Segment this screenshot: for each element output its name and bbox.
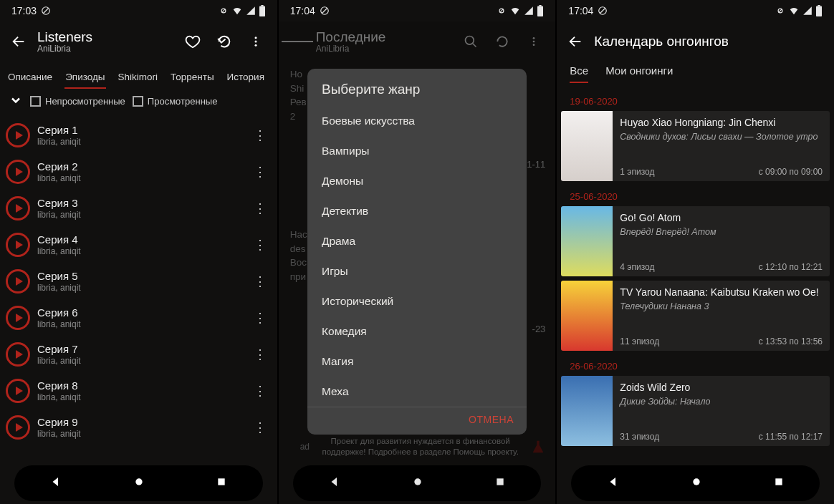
play-icon[interactable] — [6, 269, 30, 294]
episode-title: Серия 3 — [37, 197, 251, 209]
refresh-button[interactable] — [208, 26, 240, 57]
genre-item[interactable]: Исторический — [307, 286, 527, 316]
play-icon[interactable] — [6, 306, 30, 330]
play-icon[interactable] — [6, 196, 30, 220]
episode-row[interactable]: Серия 3 libria, aniqit ⋮ — [0, 190, 277, 226]
episode-row[interactable]: Серия 4 libria, aniqit ⋮ — [0, 226, 277, 263]
nav-home-icon[interactable] — [691, 476, 702, 490]
anime-card[interactable]: Go! Go! Atom Вперёд! Вперёд! Атом 4 эпиз… — [561, 206, 830, 276]
svg-rect-17 — [540, 5, 542, 6]
checkbox-icon[interactable] — [133, 96, 143, 107]
play-icon[interactable] — [6, 160, 30, 184]
genre-item[interactable]: Магия — [307, 346, 527, 377]
svg-point-9 — [254, 44, 257, 47]
signal-icon — [524, 6, 534, 16]
card-title: TV Yarou Nanaana: Kaibutsu Kraken wo Oe! — [620, 286, 823, 299]
chevron-down-icon[interactable] — [9, 93, 23, 110]
status-bar: 17:04 — [279, 0, 556, 21]
genre-item[interactable]: Демоны — [307, 166, 527, 196]
episode-overflow[interactable]: ⋮ — [251, 273, 269, 289]
episode-overflow[interactable]: ⋮ — [251, 420, 269, 435]
dnd-icon — [219, 6, 229, 16]
checkbox-icon[interactable] — [30, 96, 41, 107]
screen-episodes: 17:03 Listeners AniLibria ОписаниеЭпизод… — [0, 0, 277, 504]
calendar-tab[interactable]: Мои онгоинги — [605, 64, 673, 77]
calendar-tab[interactable]: Все — [570, 64, 588, 77]
genre-item[interactable]: Меха — [307, 377, 527, 407]
card-title: Go! Go! Atom — [620, 212, 823, 225]
dialog-backdrop[interactable]: Выберите жанр Боевые искусстваВампирыДем… — [279, 21, 556, 504]
overflow-button[interactable] — [240, 26, 272, 57]
genre-item[interactable]: Комедия — [307, 316, 527, 346]
genre-item[interactable]: Боевые искусства — [307, 106, 527, 136]
card-time: с 13:53 по 13:56 — [759, 336, 823, 346]
play-icon[interactable] — [6, 123, 30, 147]
card-title: Zoids Wild Zero — [620, 382, 823, 394]
tab-2[interactable]: Shikimori — [112, 72, 165, 89]
date-header: 19-06-2020 — [557, 90, 834, 111]
episode-row[interactable]: Серия 2 libria, aniqit ⋮ — [0, 153, 277, 190]
tab-1[interactable]: Эпизоды — [59, 72, 111, 89]
nav-recent-icon[interactable] — [216, 476, 227, 490]
favorite-button[interactable] — [177, 26, 208, 57]
svg-rect-29 — [816, 6, 822, 16]
genre-item[interactable]: Драма — [307, 226, 527, 256]
episode-overflow[interactable]: ⋮ — [251, 346, 269, 362]
play-icon[interactable] — [6, 415, 30, 440]
episode-overflow[interactable]: ⋮ — [251, 127, 269, 143]
filter-watched[interactable]: Просмотренные — [133, 96, 218, 107]
episode-overflow[interactable]: ⋮ — [251, 200, 269, 216]
svg-line-15 — [500, 9, 504, 13]
nav-back-icon[interactable] — [607, 475, 620, 491]
thumbnail — [561, 206, 613, 276]
episode-overflow[interactable]: ⋮ — [251, 237, 269, 253]
nav-back-icon[interactable] — [49, 475, 62, 491]
play-icon[interactable] — [6, 379, 30, 403]
filter-unwatched[interactable]: Непросмотренные — [30, 96, 125, 107]
genre-item[interactable]: Вампиры — [307, 136, 527, 166]
dnd-icon — [775, 6, 785, 16]
nav-home-icon[interactable] — [133, 476, 145, 490]
back-button[interactable] — [3, 26, 34, 57]
svg-point-10 — [136, 478, 143, 485]
status-time: 17:03 — [11, 5, 37, 16]
status-time: 17:04 — [568, 5, 593, 16]
anime-card[interactable]: Zoids Wild Zero Дикие Зойды: Начало 31 э… — [561, 376, 830, 446]
genre-item[interactable]: Детектив — [307, 196, 527, 226]
play-icon[interactable] — [6, 342, 30, 367]
episode-overflow[interactable]: ⋮ — [251, 383, 269, 399]
episode-overflow[interactable]: ⋮ — [251, 164, 269, 180]
genre-item[interactable]: Игры — [307, 256, 527, 286]
anime-card[interactable]: Huyao Xiao Hongniang: Jin Chenxi Сводник… — [561, 111, 830, 181]
tab-strip: ОписаниеЭпизодыShikimoriТоррентыИсторияО… — [0, 62, 277, 89]
signal-icon — [246, 6, 256, 16]
episode-row[interactable]: Серия 1 libria, aniqit ⋮ — [0, 117, 277, 153]
nav-recent-icon[interactable] — [773, 476, 785, 490]
episode-row[interactable]: Серия 5 libria, aniqit ⋮ — [0, 263, 277, 299]
anime-card[interactable]: TV Yarou Nanaana: Kaibutsu Kraken wo Oe!… — [561, 281, 830, 351]
card-time: с 09:00 по 09:00 — [759, 167, 823, 177]
page-title: Календарь онгоингов — [594, 34, 828, 49]
cancel-button[interactable]: ОТМЕНА — [469, 414, 514, 425]
episode-row[interactable]: Серия 6 libria, aniqit ⋮ — [0, 299, 277, 336]
svg-rect-5 — [261, 5, 263, 6]
episode-row[interactable]: Серия 9 libria, aniqit ⋮ — [0, 409, 277, 445]
dnd-icon — [598, 6, 608, 16]
episode-title: Серия 8 — [37, 379, 251, 392]
tab-5[interactable]: Отз — [271, 72, 277, 89]
svg-rect-11 — [219, 478, 225, 485]
card-episode: 31 эпизод — [620, 432, 659, 442]
episode-row[interactable]: Серия 8 libria, aniqit ⋮ — [0, 372, 277, 409]
svg-point-7 — [254, 37, 257, 39]
tab-3[interactable]: Торренты — [164, 72, 221, 89]
tab-0[interactable]: Описание — [1, 72, 59, 89]
svg-line-1 — [44, 9, 49, 14]
episode-row[interactable]: Серия 7 libria, aniqit ⋮ — [0, 336, 277, 372]
play-icon[interactable] — [6, 233, 30, 257]
back-button[interactable] — [560, 26, 591, 57]
svg-rect-4 — [259, 6, 265, 16]
tab-4[interactable]: История — [221, 72, 271, 89]
card-subtitle: Вперёд! Вперёд! Атом — [620, 227, 823, 237]
episode-overflow[interactable]: ⋮ — [251, 310, 269, 326]
thumbnail — [561, 376, 613, 446]
